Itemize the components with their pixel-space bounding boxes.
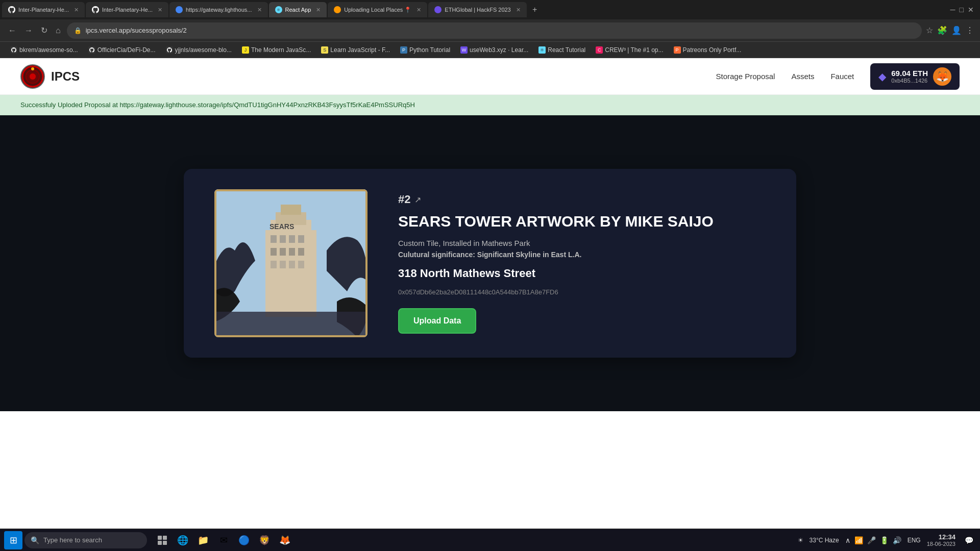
tab-5-label: Uploading Local Places 📍 xyxy=(344,7,411,13)
forward-button[interactable]: → xyxy=(22,24,35,37)
eth-icon: ◆ xyxy=(878,70,886,83)
logo-circle xyxy=(20,64,45,89)
home-button[interactable]: ⌂ xyxy=(54,24,63,37)
address-bar-actions: ☆ 🧩 👤 ⋮ xyxy=(926,26,974,35)
start-button[interactable]: ⊞ xyxy=(4,531,22,549)
taskbar-app-brave[interactable]: 🦁 xyxy=(255,531,274,549)
url-bar[interactable]: 🔒 ipcs.vercel.app/sucessproposals/2 xyxy=(67,22,922,39)
svg-rect-24 xyxy=(214,335,368,337)
tab-5[interactable]: Uploading Local Places 📍 ✕ xyxy=(328,2,427,17)
taskbar-app-firefox[interactable]: 🦊 xyxy=(276,531,294,549)
svg-rect-29 xyxy=(158,541,162,545)
bookmark-1[interactable]: bkrem/awesome-so... xyxy=(6,45,82,55)
tab-6[interactable]: ETHGlobal | HackFS 2023 ✕ xyxy=(428,2,526,17)
volume-icon[interactable]: 🔊 xyxy=(893,536,901,544)
tab-5-close[interactable]: ✕ xyxy=(416,7,421,13)
proposal-subtitle: Custom Tile, Installed in Mathews Park xyxy=(398,239,766,247)
reload-button[interactable]: ↻ xyxy=(39,23,50,37)
bookmark-7-label: useWeb3.xyz · Lear... xyxy=(470,46,528,54)
nav-faucet[interactable]: Faucet xyxy=(830,72,854,81)
minimize-icon[interactable]: ─ xyxy=(950,6,955,14)
proposal-number: #2 xyxy=(398,193,410,206)
close-icon[interactable]: ✕ xyxy=(968,6,974,14)
new-tab-button[interactable]: + xyxy=(528,3,542,17)
taskbar-search-icon: 🔍 xyxy=(31,536,39,544)
external-link-icon[interactable]: ↗ xyxy=(414,195,421,205)
tab-6-close[interactable]: ✕ xyxy=(516,7,521,13)
tab-4[interactable]: ⚛ React App ✕ xyxy=(269,2,327,17)
profile-icon[interactable]: 👤 xyxy=(951,26,962,35)
notification-button[interactable]: 💬 xyxy=(962,533,976,547)
extensions-icon[interactable]: 🧩 xyxy=(937,26,947,35)
svg-rect-19 xyxy=(289,261,295,268)
proposal-number-row: #2 ↗ xyxy=(398,193,766,206)
microphone-icon[interactable]: 🎤 xyxy=(867,536,876,544)
taskbar-app-explorer[interactable]: 📁 xyxy=(194,531,212,549)
system-icons: ∧ 📶 🎤 🔋 🔊 xyxy=(845,536,901,544)
wallet-amount: 69.04 ETH xyxy=(891,69,928,78)
wallet-address: 0xb4B5...1426 xyxy=(891,78,928,84)
svg-rect-11 xyxy=(289,235,295,243)
taskbar-app-multitask[interactable] xyxy=(153,531,172,549)
svg-rect-13 xyxy=(271,248,277,256)
bookmark-3[interactable]: yjjnls/awesome-blo... xyxy=(162,45,236,55)
clock-time: 12:34 xyxy=(927,533,955,541)
nav-assets[interactable]: Assets xyxy=(791,72,814,81)
bookmark-6[interactable]: P Python Tutorial xyxy=(396,45,454,55)
app-content: IPCS Storage Proposal Assets Faucet ◆ 69… xyxy=(0,58,980,529)
settings-icon[interactable]: ⋮ xyxy=(966,26,974,35)
taskbar-app-mail[interactable]: ✉ xyxy=(214,531,233,549)
tab-1-close[interactable]: ✕ xyxy=(74,7,79,13)
svg-point-2 xyxy=(30,73,36,80)
taskbar-search[interactable]: 🔍 Type here to search xyxy=(24,532,147,548)
bookmark-9[interactable]: C CREW³ | The #1 op... xyxy=(592,45,667,55)
tab-2-close[interactable]: ✕ xyxy=(158,7,162,13)
taskbar-search-text: Type here to search xyxy=(43,536,102,544)
svg-rect-28 xyxy=(163,536,167,540)
tab-3-label: https://gateway.lighthous... xyxy=(186,7,252,13)
wallet-badge: ◆ 69.04 ETH 0xb4B5...1426 🦊 xyxy=(870,63,960,90)
bookmark-5-label: Learn JavaScript - F... xyxy=(330,46,390,54)
bookmark-4[interactable]: J The Modern JavaSc... xyxy=(238,45,315,55)
bookmark-10-label: Patreons Only Portf... xyxy=(683,46,742,54)
language-text: ENG xyxy=(908,537,921,544)
svg-rect-5 xyxy=(265,230,316,317)
network-icon[interactable]: 📶 xyxy=(854,536,863,544)
taskbar-apps: 🌐 📁 ✉ 🔵 🦁 🦊 xyxy=(153,531,294,549)
taskbar-app-edge[interactable]: 🌐 xyxy=(174,531,192,549)
bookmark-6-label: Python Tutorial xyxy=(409,46,450,54)
tab-3-close[interactable]: ✕ xyxy=(257,7,262,13)
tab-6-label: ETHGlobal | HackFS 2023 xyxy=(445,7,510,13)
bookmark-10[interactable]: P Patreons Only Portf... xyxy=(670,45,746,55)
url-text: ipcs.vercel.app/sucessproposals/2 xyxy=(86,27,187,34)
maximize-icon[interactable]: □ xyxy=(960,6,964,14)
svg-rect-14 xyxy=(280,248,286,256)
proposal-cultural: Culutural significance: Significant Skyl… xyxy=(398,251,766,259)
success-message: Successfuly Uploded Proposal at https://… xyxy=(20,101,415,109)
chevron-up-icon[interactable]: ∧ xyxy=(845,536,850,544)
tab-3[interactable]: https://gateway.lighthous... ✕ xyxy=(169,2,267,17)
upload-data-button[interactable]: Upload Data xyxy=(398,308,476,334)
bookmark-5[interactable]: S Learn JavaScript - F... xyxy=(317,45,394,55)
proposal-hash: 0x057dDb6e2ba2eD08111448c0A544bb7B1A8e7F… xyxy=(398,288,766,296)
star-icon[interactable]: ☆ xyxy=(926,26,933,35)
svg-rect-23 xyxy=(214,189,368,191)
svg-rect-30 xyxy=(163,541,167,545)
bookmark-7[interactable]: W useWeb3.xyz · Lear... xyxy=(456,45,532,55)
bookmark-2[interactable]: OfficierCia/DeFi-De... xyxy=(84,45,160,55)
nav-storage-proposal[interactable]: Storage Proposal xyxy=(716,72,775,81)
bookmark-8-label: React Tutorial xyxy=(548,46,585,54)
bookmark-8[interactable]: ⚛ React Tutorial xyxy=(534,45,590,55)
svg-rect-25 xyxy=(214,189,216,337)
wallet-info: 69.04 ETH 0xb4B5...1426 xyxy=(891,69,928,84)
main-content: SEARS # xyxy=(0,115,980,411)
back-button[interactable]: ← xyxy=(6,24,18,37)
taskbar-app-chrome[interactable]: 🔵 xyxy=(235,531,253,549)
bookmark-2-label: OfficierCia/DeFi-De... xyxy=(97,46,156,54)
tab-4-close[interactable]: ✕ xyxy=(316,7,321,13)
battery-icon[interactable]: 🔋 xyxy=(880,536,889,544)
tab-1[interactable]: Inter-Planetary-He... ✕ xyxy=(2,2,85,17)
tab-2[interactable]: Inter-Planetary-He... ✕ xyxy=(86,2,168,17)
svg-rect-12 xyxy=(298,235,304,243)
bookmark-1-label: bkrem/awesome-so... xyxy=(19,46,78,54)
